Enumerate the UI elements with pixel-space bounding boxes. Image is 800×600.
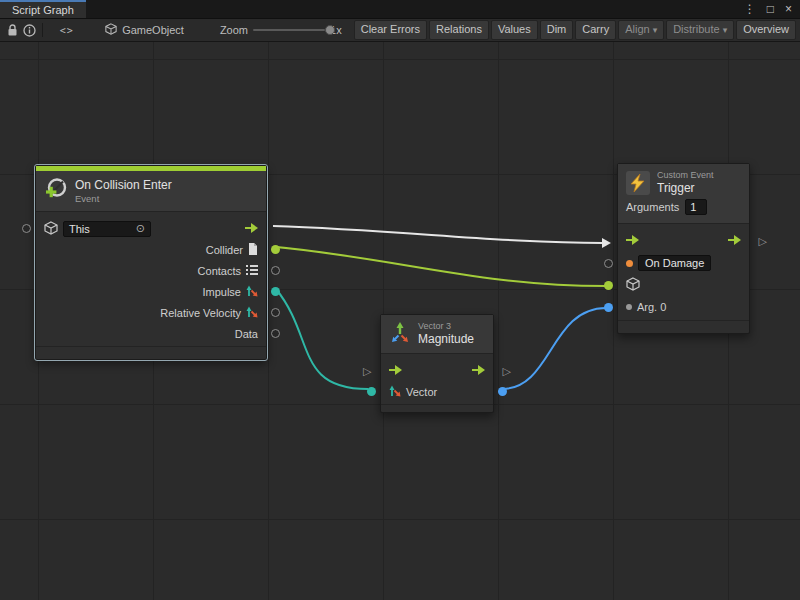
node-kind: Vector 3: [418, 321, 474, 332]
gameobject-label: GameObject: [122, 24, 184, 36]
port-impulse-output[interactable]: [271, 287, 280, 296]
zoom-slider[interactable]: [253, 23, 325, 37]
wire-flow-white[interactable]: [273, 226, 603, 243]
menu-icon[interactable]: ⋮: [744, 3, 756, 15]
distribute-button[interactable]: Distribute ▾: [666, 20, 734, 39]
node-footer: [381, 404, 493, 412]
target-value: This: [69, 223, 90, 235]
node-header: Vector 3 Magnitude: [381, 315, 493, 354]
info-icon[interactable]: [21, 21, 38, 39]
clear-errors-button[interactable]: Clear Errors: [354, 20, 427, 39]
flow-row: ▷ ▷: [381, 360, 493, 381]
node-vector3-magnitude[interactable]: Vector 3 Magnitude ▷ ▷: [380, 314, 494, 413]
graph-canvas[interactable]: On Collision Enter Event This ⊙: [0, 42, 800, 600]
port-label: Contacts: [198, 265, 241, 277]
flow-output-arrow-icon[interactable]: [728, 235, 741, 247]
wire-impulse-teal[interactable]: [276, 289, 368, 389]
port-label: Vector: [406, 386, 437, 398]
target-picker-icon[interactable]: ⊙: [136, 222, 145, 235]
flow-input-arrow-icon[interactable]: [389, 365, 402, 377]
flow-row: ▷: [618, 230, 749, 252]
node-footer: [36, 346, 266, 359]
vector3-mini-icon: [246, 285, 258, 299]
gameobject-button[interactable]: GameObject: [105, 21, 184, 39]
node-body: ▷ ▷ Vector: [381, 354, 493, 402]
port-arg0-input[interactable]: [604, 303, 613, 312]
port-magnitude-output[interactable]: [498, 387, 507, 396]
wire-flow-arrowhead: [602, 238, 611, 248]
port-row-collider: Collider: [36, 239, 266, 260]
toolbar-separator: [42, 23, 43, 37]
port-row-vector: Vector: [381, 381, 493, 402]
lock-icon[interactable]: [4, 21, 21, 39]
vector3-icon: [389, 321, 411, 347]
wire-collider-green[interactable]: [276, 247, 606, 286]
flow-carry-out-icon[interactable]: ▷: [503, 365, 511, 376]
port-row-event-name: On Damage: [618, 252, 749, 274]
maximize-icon[interactable]: □: [767, 3, 774, 15]
port-label: Relative Velocity: [160, 307, 241, 319]
zoom-slider-handle[interactable]: [325, 25, 335, 35]
port-vector-input[interactable]: [367, 387, 376, 396]
port-event-output-left[interactable]: [22, 224, 31, 233]
port-label: Impulse: [202, 286, 241, 298]
port-relative-velocity-output[interactable]: [271, 308, 280, 317]
custom-event-icon: [626, 171, 650, 195]
vector3-mini-icon: [246, 306, 258, 320]
target-row: This ⊙: [36, 218, 266, 239]
tab-label: Script Graph: [12, 4, 74, 16]
carry-button[interactable]: Carry: [575, 20, 616, 39]
port-collider-output[interactable]: [271, 245, 280, 254]
node-body: This ⊙ Collider Contacts: [36, 212, 266, 344]
port-contacts-output[interactable]: [271, 266, 280, 275]
node-custom-event-trigger[interactable]: Custom Event Trigger Arguments 1 ▷: [617, 163, 750, 334]
vector3-mini-icon: [389, 385, 401, 399]
value-port-icon: [626, 304, 632, 310]
node-title: On Collision Enter: [75, 178, 172, 192]
port-target-input[interactable]: [604, 281, 613, 290]
flow-carry-out-icon[interactable]: ▷: [759, 236, 767, 247]
overview-button[interactable]: Overview: [736, 20, 796, 39]
collider-doc-icon: [248, 243, 258, 257]
node-body: ▷ On Damage Arg. 0: [618, 224, 749, 318]
values-button[interactable]: Values: [491, 20, 538, 39]
code-view-icon[interactable]: <>: [58, 21, 75, 39]
align-label: Align: [625, 23, 649, 36]
string-port-icon: [626, 260, 633, 267]
flow-output-arrow-icon[interactable]: [245, 223, 258, 235]
target-dropdown[interactable]: This ⊙: [63, 221, 151, 237]
window-controls: ⋮ □ ×: [744, 0, 800, 18]
node-on-collision-enter[interactable]: On Collision Enter Event This ⊙: [35, 165, 267, 360]
port-row-target: [618, 274, 749, 296]
close-icon[interactable]: ×: [785, 3, 792, 15]
chevron-down-icon: ▾: [723, 25, 728, 36]
node-header: Custom Event Trigger: [618, 164, 749, 197]
wire-magnitude-blue[interactable]: [502, 308, 606, 389]
event-name-input[interactable]: On Damage: [638, 255, 711, 271]
port-row-impulse: Impulse: [36, 281, 266, 302]
port-label: Collider: [206, 244, 243, 256]
arguments-row: Arguments 1: [618, 197, 749, 224]
node-footer: [618, 320, 749, 333]
tab-script-graph[interactable]: Script Graph: [0, 0, 86, 18]
distribute-label: Distribute: [673, 23, 719, 36]
node-subtitle: Event: [75, 193, 172, 204]
port-label: Arg. 0: [637, 301, 666, 313]
flow-output-arrow-icon[interactable]: [472, 365, 485, 377]
port-row-arg0: Arg. 0: [618, 296, 749, 318]
tab-bar: Script Graph ⋮ □ ×: [0, 0, 800, 18]
align-button[interactable]: Align ▾: [618, 20, 664, 39]
arguments-label: Arguments: [626, 201, 679, 213]
arguments-input[interactable]: 1: [685, 199, 707, 215]
node-kind: Custom Event: [657, 170, 714, 181]
port-name-input[interactable]: [604, 259, 613, 268]
port-data-output[interactable]: [271, 329, 280, 338]
flow-carry-in-icon[interactable]: ▷: [363, 365, 371, 376]
list-icon: [246, 265, 258, 277]
dim-button[interactable]: Dim: [540, 20, 574, 39]
relations-button[interactable]: Relations: [429, 20, 489, 39]
flow-input-arrow-icon[interactable]: [626, 235, 639, 247]
cube-icon: [626, 277, 640, 293]
node-title: Trigger: [657, 181, 714, 195]
graph-toolbar: <> GameObject Zoom 1x Clear Errors Relat…: [0, 18, 800, 42]
